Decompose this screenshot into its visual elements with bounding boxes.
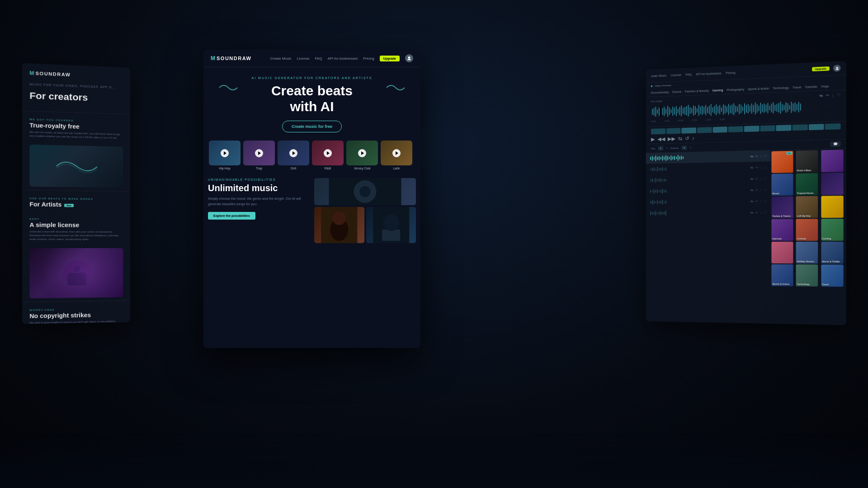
key-dropdown[interactable]: ▾: [658, 146, 663, 150]
share-icon[interactable]: ⇆: [819, 94, 823, 98]
seg-cell[interactable]: [697, 127, 712, 133]
genre-thumb-latin[interactable]: [381, 141, 412, 165]
cat-gaming[interactable]: Gaming: [712, 89, 723, 92]
track-row-3[interactable]: ⇆ ✂ ↓ ♡: [646, 173, 771, 186]
seg-cell[interactable]: [825, 123, 841, 130]
explore-btn[interactable]: Explore the possibilities: [208, 212, 255, 220]
thumb-house[interactable]: House: [771, 174, 793, 196]
thumb-holiday[interactable]: Holiday Season: [796, 242, 818, 264]
seg-cell[interactable]: [744, 126, 759, 132]
thumb-1[interactable]: Pro: [771, 151, 793, 173]
nav-faq[interactable]: FAQ: [315, 56, 322, 61]
track4-down[interactable]: ↓: [760, 188, 762, 192]
seg-cell[interactable]: [809, 124, 824, 130]
nav-license[interactable]: License: [297, 56, 310, 61]
genre-thumb-jersey[interactable]: [346, 141, 378, 165]
seg-cell[interactable]: [682, 127, 696, 134]
nav-create-music[interactable]: Create Music: [270, 56, 292, 61]
seg-cell[interactable]: [728, 126, 743, 132]
track-row-6[interactable]: ⇆ ✂ ↓ ♡: [646, 207, 771, 219]
play-btn-latin[interactable]: [392, 149, 401, 157]
track6-scissors[interactable]: ✂: [755, 211, 759, 214]
nav-api[interactable]: API for businesses: [327, 56, 358, 61]
track5-scissors[interactable]: ✂: [755, 199, 759, 203]
right-nav-faq[interactable]: FAQ: [685, 73, 691, 76]
comment-icon[interactable]: 💬: [830, 141, 841, 147]
thumb-drum-bass[interactable]: Drum n Bass: [796, 150, 818, 173]
track5-share[interactable]: ⇆: [750, 199, 754, 203]
seg-cell[interactable]: [712, 127, 727, 133]
track2-heart[interactable]: ♡: [764, 165, 767, 169]
thumb-horror[interactable]: Horror & Thriller: [821, 242, 843, 264]
track-row-4[interactable]: ⇆ ✂ ↓ ♡: [646, 184, 771, 197]
genre-hiphop[interactable]: Hip Hop: [209, 141, 241, 170]
cat-tutorials[interactable]: Tutorials: [805, 85, 817, 89]
thumb-cooking[interactable]: Cooking: [821, 219, 843, 241]
seg-cell[interactable]: [651, 128, 665, 134]
play-btn-trap[interactable]: [255, 149, 263, 157]
thumb-techno[interactable]: Techno & Trance: [771, 196, 793, 218]
right-nav-license[interactable]: License: [671, 73, 681, 76]
play-btn-rnb[interactable]: [324, 149, 332, 157]
volume-btn[interactable]: ♪: [692, 135, 694, 141]
cat-drama[interactable]: Drama: [672, 90, 681, 94]
track2-share[interactable]: ⇆: [750, 166, 754, 169]
cat-photography[interactable]: Photography: [726, 88, 744, 91]
seg-cell[interactable]: [776, 125, 792, 131]
thumb-tropical[interactable]: Tropical House: [796, 173, 818, 195]
skip-back-btn[interactable]: ◀◀: [657, 136, 665, 142]
seg-cell[interactable]: [793, 124, 808, 131]
skip-fwd-btn[interactable]: ▶▶: [668, 136, 675, 142]
thumb-travel[interactable]: Travel: [821, 264, 843, 286]
track3-heart[interactable]: ♡: [764, 177, 767, 180]
play-btn-jersey[interactable]: [358, 149, 366, 157]
thumb-11[interactable]: [771, 242, 793, 263]
track-download[interactable]: ↓: [760, 154, 762, 158]
play-btn[interactable]: ▶: [651, 136, 655, 142]
cat-documentary[interactable]: Documentary: [651, 91, 669, 94]
right-nav-create[interactable]: reate Music: [651, 74, 666, 77]
cat-fashion[interactable]: Fashion & Beauty: [685, 89, 709, 93]
cat-travel[interactable]: Travel: [793, 86, 801, 89]
loop-btn[interactable]: ↺: [685, 136, 689, 141]
right-nav-links[interactable]: reate Music License FAQ API for business…: [651, 71, 735, 77]
track2-scissors[interactable]: ✂: [755, 165, 759, 169]
right-nav-api[interactable]: API for businesses: [696, 71, 721, 75]
track6-heart[interactable]: ♡: [764, 211, 767, 214]
track-share[interactable]: ⇆: [750, 155, 754, 158]
thumb-8[interactable]: [821, 196, 843, 218]
right-avatar[interactable]: [833, 65, 840, 72]
thumb-intervals[interactable]: Intervals: [771, 219, 793, 241]
nav-upgrade-btn[interactable]: Upgrade: [380, 56, 400, 61]
track4-scissors[interactable]: ✂: [755, 188, 759, 192]
genre-thumb-trap[interactable]: [243, 141, 275, 165]
play-btn-drill[interactable]: [289, 149, 297, 157]
thumb-comedy[interactable]: Comedy: [796, 219, 818, 241]
genre-drill[interactable]: Drill: [278, 141, 309, 170]
seg-cell[interactable]: [666, 128, 681, 134]
track4-heart[interactable]: ♡: [764, 188, 767, 192]
track5-heart[interactable]: ♡: [764, 199, 767, 203]
track-scissors[interactable]: ✂: [755, 154, 759, 158]
thumb-6[interactable]: [821, 173, 843, 195]
track3-scissors[interactable]: ✂: [755, 177, 759, 180]
heart-icon[interactable]: ♡: [837, 93, 840, 97]
genre-jersey[interactable]: Jersey Club: [346, 141, 378, 170]
play-btn-hiphop[interactable]: [221, 149, 229, 157]
scissors-icon[interactable]: ✂: [826, 93, 829, 98]
track-heart[interactable]: ♡: [764, 154, 767, 158]
thumb-lofi[interactable]: Lofi Hip Hop: [796, 196, 818, 218]
cat-tech[interactable]: Technology: [773, 86, 788, 90]
download-icon[interactable]: ↓: [832, 93, 834, 98]
genre-trap[interactable]: Trap: [243, 141, 275, 170]
right-nav-pricing[interactable]: Pricing: [726, 71, 736, 74]
center-nav-links[interactable]: Create Music License FAQ API for busines…: [270, 54, 413, 62]
track5-down[interactable]: ↓: [760, 199, 762, 203]
genre-latin[interactable]: Latin: [381, 141, 412, 170]
thumb-sports[interactable]: Sports & Action: [771, 264, 793, 286]
track6-share[interactable]: ⇆: [750, 211, 754, 214]
nav-pricing[interactable]: Pricing: [363, 56, 374, 61]
right-upgrade-btn[interactable]: Upgrade: [812, 66, 830, 71]
create-music-btn[interactable]: Create music for free: [282, 121, 342, 132]
nav-avatar[interactable]: [405, 54, 413, 62]
